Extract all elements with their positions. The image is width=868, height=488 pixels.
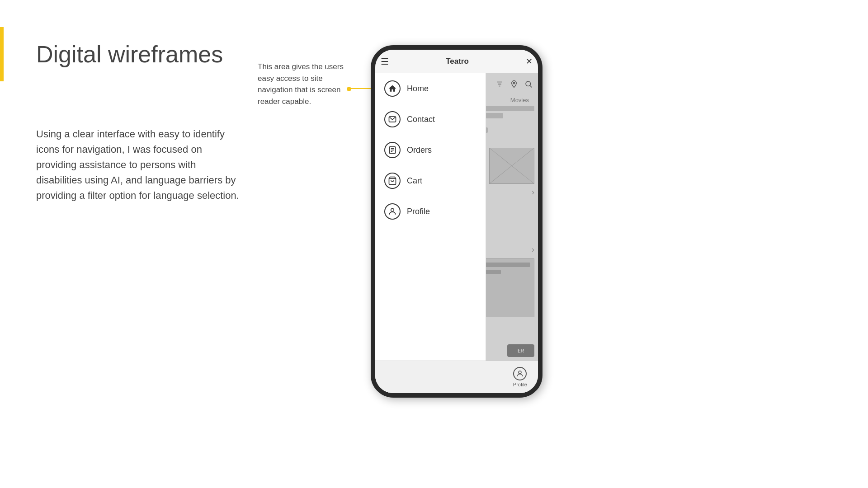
bottom-nav: Profile	[375, 361, 538, 393]
phone-mockup: ☰ Teatro ✕	[371, 45, 542, 398]
svg-point-3	[513, 82, 515, 84]
nav-drawer: Home Contact	[375, 73, 486, 393]
svg-point-4	[526, 81, 531, 86]
nav-label-contact: Contact	[407, 115, 435, 124]
movies-label: Movies	[510, 97, 529, 103]
phone-screen: ☰ Teatro ✕	[375, 50, 538, 393]
close-icon[interactable]: ✕	[526, 56, 533, 66]
nav-label-orders: Orders	[407, 145, 432, 155]
chevron-right-icon-lower[interactable]: ›	[532, 245, 534, 254]
bottom-profile-icon	[513, 367, 527, 380]
nav-label-home: Home	[407, 84, 429, 94]
profile-icon-circle	[384, 203, 401, 220]
app-header: ☰ Teatro ✕	[375, 50, 538, 73]
hamburger-icon[interactable]: ☰	[381, 56, 389, 67]
nav-item-home[interactable]: Home	[375, 73, 486, 104]
annotation-dot	[347, 87, 351, 91]
page-title: Digital wireframes	[36, 41, 223, 68]
body-text: Using a clear interface with easy to ide…	[36, 127, 244, 203]
app-title: Teatro	[389, 57, 526, 66]
phone-shell: ☰ Teatro ✕	[371, 45, 542, 398]
nav-item-cart[interactable]: Cart	[375, 165, 486, 196]
location-icon	[510, 80, 518, 88]
cart-icon-circle	[384, 173, 401, 189]
nav-label-profile: Profile	[407, 207, 430, 216]
bottom-nav-profile[interactable]: Profile	[513, 367, 527, 387]
accent-bar	[0, 27, 4, 81]
bottom-nav-label: Profile	[513, 382, 527, 387]
annotation-text: This area gives the users easy access to…	[258, 61, 348, 107]
nav-label-cart: Cart	[407, 176, 422, 186]
contact-icon-circle	[384, 111, 401, 127]
top-icon-row	[484, 73, 538, 95]
nav-item-contact[interactable]: Contact	[375, 104, 486, 135]
filter-icon	[495, 80, 504, 88]
nav-item-profile[interactable]: Profile	[375, 196, 486, 227]
wf-cta-button[interactable]: ER	[507, 344, 534, 357]
home-icon-circle	[384, 80, 401, 97]
nav-item-orders[interactable]: Orders	[375, 135, 486, 165]
chevron-right-icon[interactable]: ›	[532, 188, 534, 197]
svg-line-5	[530, 85, 532, 87]
svg-point-14	[391, 208, 394, 211]
wf-image-block	[489, 148, 534, 184]
svg-point-15	[519, 371, 521, 374]
search-icon	[524, 80, 533, 88]
orders-icon-circle	[384, 142, 401, 158]
